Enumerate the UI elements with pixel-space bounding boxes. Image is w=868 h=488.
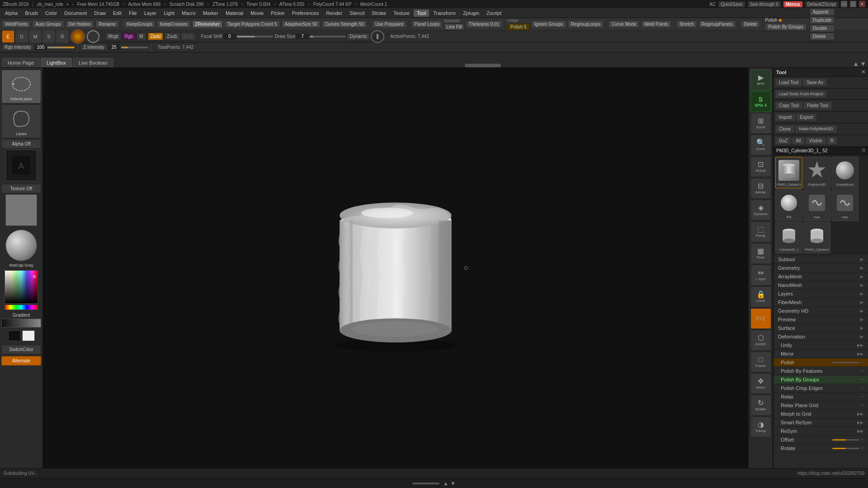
menu-stencil[interactable]: Stencil (346, 9, 368, 17)
alternate-btn[interactable]: Alternate (1, 356, 41, 366)
rotate3d-btn[interactable]: ↻ Rotate (750, 395, 771, 416)
import-btn[interactable]: Import (775, 113, 795, 121)
zsub-btn[interactable]: Zsub (164, 33, 179, 40)
polish-by-groups-item[interactable]: Polish By Groups + (774, 375, 868, 384)
delete-btn[interactable]: Delete (741, 20, 760, 28)
frame-btn[interactable]: □ Frame (750, 352, 771, 372)
use-polypaint-btn[interactable]: Use Polypaint (372, 20, 406, 28)
thumb-up-arrow[interactable]: ▲ (853, 60, 859, 67)
thickness-btn[interactable]: Thickness 0.01 (466, 20, 502, 28)
double-btn[interactable]: Double (810, 24, 835, 32)
menu-marker[interactable]: Marker (200, 9, 222, 17)
loops-btn[interactable]: Polish 5 (507, 23, 530, 31)
zadd-btn[interactable]: Zadd (148, 33, 164, 40)
brush-circle-preview[interactable] (71, 29, 85, 44)
delete2-btn[interactable]: Delete (810, 33, 835, 40)
goz-btn[interactable]: GoZ (775, 137, 791, 145)
zcur-btn[interactable]: Zcur (181, 33, 195, 40)
size-dial[interactable] (371, 30, 384, 43)
foreground-color-swatch[interactable] (8, 330, 21, 341)
polish-by-features-item[interactable]: Polish By Features + (774, 367, 868, 375)
ignore-groups-btn[interactable]: Ignore Groups (531, 20, 566, 28)
fiber-mesh-item[interactable]: FiberMesh ▶ (774, 298, 868, 307)
scale-mode-btn[interactable]: S (42, 30, 55, 43)
regroup-panels-btn[interactable]: RegroupPanels (698, 20, 736, 28)
menu-macro[interactable]: Macro (179, 9, 199, 17)
aahar-btn[interactable]: ⊟ AAHar (750, 178, 771, 199)
focal-slider[interactable] (237, 36, 273, 38)
menu-texture[interactable]: Texture (390, 9, 413, 17)
menu-transform[interactable]: Transform (430, 9, 459, 17)
brush-type-circle[interactable] (87, 30, 99, 43)
alpha-preview[interactable]: A (5, 150, 37, 181)
thumb-ipb[interactable]: IPB (775, 189, 802, 221)
tool-panel-close[interactable]: ✕ (861, 69, 865, 75)
thumb-rope1[interactable]: rope (803, 189, 830, 221)
menu-zscript[interactable]: Zscript (483, 9, 505, 17)
thumb-rope2[interactable]: rope (831, 189, 859, 221)
menu-picker[interactable]: Picker (268, 9, 288, 17)
bpr-btn[interactable]: ▶ BPR (750, 70, 771, 90)
morph-to-grid-item[interactable]: Morph to Grid ▶▶ (774, 410, 868, 418)
thumb-down-arrow[interactable]: ▼ (860, 60, 866, 67)
gradient-preview[interactable] (1, 319, 41, 328)
stretch-btn[interactable]: Stretch (676, 20, 697, 28)
xyz-btn[interactable]: XYZ (750, 308, 771, 329)
hue-bar[interactable] (5, 305, 38, 310)
lsym-btn[interactable]: ⇔ L Sym (750, 265, 771, 286)
menu-document[interactable]: Document (61, 9, 90, 17)
home-page-tab[interactable]: Home Page (2, 58, 40, 67)
edit-mode-btn[interactable]: E (2, 30, 14, 43)
paste-tool-btn[interactable]: Paste Tool (803, 102, 832, 109)
zoom-btn[interactable]: 🔍 Zoom (750, 135, 771, 155)
close-btn[interactable]: ✕ (859, 1, 865, 7)
menu-brush[interactable]: Brush (22, 9, 41, 17)
layers-item[interactable]: Layers ▶ (774, 290, 868, 298)
quick-save-btn[interactable]: QuickSave (718, 1, 745, 7)
spix-btn[interactable]: S SPix 3 (750, 91, 771, 112)
thumb-simplebrush[interactable]: SimpleBrush (831, 157, 859, 188)
duplicate-btn[interactable]: Duplicate (810, 16, 835, 24)
nano-mesh-item[interactable]: NanoMesh ▶ (774, 281, 868, 290)
matcap-preview[interactable] (5, 230, 37, 261)
default-zscript-btn[interactable]: DefaultZScript (805, 1, 838, 7)
auto-groups-btn[interactable]: Auto Groups (32, 20, 64, 28)
rgb-btn[interactable]: Rgb (122, 33, 136, 40)
canvas-scroll-down[interactable]: ▼ (450, 480, 456, 487)
thumb-cylinder3d1[interactable]: Cylinder3D_1 (775, 222, 802, 253)
zod3d-btn[interactable]: ⬡ Zod3D (750, 330, 771, 351)
line-fill-btn[interactable]: Line Fill (444, 23, 464, 30)
menu-light[interactable]: Light (160, 9, 178, 17)
adaptive-size-btn[interactable]: AdaptiveSize 50 (282, 20, 321, 28)
zremesher-btn[interactable]: ZRemesher (192, 20, 223, 28)
surface-item[interactable]: Surface ▶ (774, 324, 868, 333)
export-btn[interactable]: Export (796, 113, 816, 121)
rotate-mode-btn[interactable]: R (56, 30, 69, 43)
thumb-pm3d-cyl3-2[interactable]: PM3D_Cylinder3 (803, 222, 830, 253)
curve-mode-btn[interactable]: Curve Mode (609, 20, 639, 28)
panel-loops-btn[interactable]: Panel Loops (411, 20, 443, 28)
menu-layer[interactable]: Layer (141, 9, 160, 17)
move-mode-btn[interactable]: M (29, 30, 42, 43)
canvas-scroll-up[interactable]: ▲ (443, 480, 448, 487)
menus-btn[interactable]: Menus (783, 1, 802, 7)
geometry-hd-item[interactable]: Geometry HD ▶ (774, 307, 868, 315)
weld-points2-btn[interactable]: Weld Points (641, 20, 671, 28)
persp-btn[interactable]: ⬚ Persp (750, 221, 771, 242)
background-color-swatch[interactable] (22, 330, 35, 341)
draw-size-slider[interactable] (310, 36, 346, 38)
thumb-polymesh3d[interactable]: PolyMesh3D (803, 157, 830, 188)
m-btn[interactable]: M (137, 33, 146, 40)
relax-plane-grid-item[interactable]: Relax Plane Grid + (774, 401, 868, 410)
texture-preview[interactable] (5, 194, 37, 226)
offset-item[interactable]: Offset + (774, 436, 868, 444)
see-through-btn[interactable]: See-through 0 (748, 1, 781, 7)
menu-draw[interactable]: Draw (91, 9, 109, 17)
del-hidden-btn[interactable]: Del Hidden (66, 20, 94, 28)
polish-item[interactable]: Polish + (774, 358, 868, 367)
resym-item[interactable]: ReSym ▶▶ (774, 427, 868, 436)
transp-btn[interactable]: ◑ Transp (750, 417, 771, 437)
draw-mode-btn[interactable]: D (15, 30, 28, 43)
menu-alpha[interactable]: Alpha (2, 9, 21, 17)
deformation-item[interactable]: Deformation ▶ (774, 333, 868, 341)
